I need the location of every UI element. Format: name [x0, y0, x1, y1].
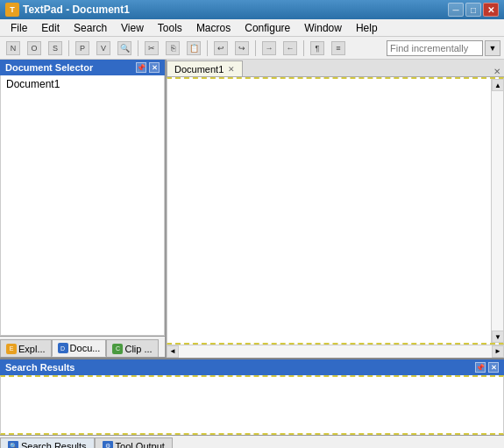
toolbar-separator-5	[303, 40, 304, 56]
minimize-button[interactable]: ─	[448, 3, 464, 17]
editor-panel-close[interactable]: ✕	[493, 67, 500, 76]
copy-button[interactable]: ⎘	[163, 39, 182, 58]
window-controls[interactable]: ─ □ ✕	[448, 3, 499, 17]
close-button[interactable]: ✕	[483, 3, 499, 17]
bottom-tabs: 🔍 Search Results ⚙ Tool Output	[0, 435, 504, 448]
indent-button[interactable]: →	[259, 39, 279, 58]
editor-tab-document1[interactable]: Document1 ✕	[167, 60, 243, 76]
scroll-down-arrow[interactable]: ▼	[492, 331, 504, 343]
menu-help[interactable]: Help	[349, 20, 385, 36]
maximize-button[interactable]: □	[465, 3, 481, 17]
search-results-area	[0, 375, 504, 435]
explorer-tab[interactable]: E Expl...	[0, 339, 52, 357]
menu-bar: File Edit Search View Tools Macros Confi…	[0, 19, 504, 37]
editor-close-panel: ✕	[493, 67, 504, 76]
find-incremental-box: ▼	[387, 40, 500, 56]
menu-edit[interactable]: Edit	[34, 20, 67, 36]
title-bar-left: T TextPad - Document1	[5, 3, 130, 17]
save-button[interactable]: S	[46, 39, 65, 58]
document-selector-title: Document Selector	[5, 62, 93, 73]
paste-button[interactable]: 📋	[184, 39, 203, 58]
toolbar: N O S P V 🔍 ✂ ⎘ 📋 ↩ ↪ → ← ¶ ≡ ▼	[0, 37, 504, 60]
search-panel-pin[interactable]: 📌	[475, 362, 486, 373]
find-button[interactable]: 🔍	[115, 39, 134, 58]
search-panel-controls[interactable]: 📌 ✕	[475, 362, 499, 373]
scroll-track-horizontal[interactable]	[179, 345, 492, 358]
wordwrap-button[interactable]: ¶	[308, 39, 327, 58]
clipboard-icon: C	[112, 344, 123, 354]
format-button[interactable]: ≡	[329, 39, 348, 58]
app-icon: T	[5, 3, 19, 17]
document-list-item[interactable]: Document1	[3, 77, 162, 91]
clipboard-tab-label: Clip ...	[124, 344, 152, 354]
editor-tab-label: Document1	[174, 64, 224, 75]
new-button[interactable]: N	[4, 39, 23, 58]
editor-tab-close[interactable]: ✕	[228, 65, 235, 74]
open-button[interactable]: O	[25, 39, 44, 58]
menu-file[interactable]: File	[4, 20, 34, 36]
panel-pin-button[interactable]: 📌	[136, 62, 146, 73]
window-title: TextPad - Document1	[23, 4, 130, 16]
find-incremental-input[interactable]	[387, 40, 483, 56]
menu-tools[interactable]: Tools	[151, 20, 189, 36]
document-list: Document1	[0, 75, 165, 336]
toolbar-separator-4	[255, 40, 256, 56]
editor-scrollbar-horizontal[interactable]: ◄ ►	[167, 345, 504, 357]
menu-view[interactable]: View	[114, 20, 151, 36]
panel-close-button[interactable]: ✕	[149, 62, 160, 73]
document-tab-label: Docu...	[70, 343, 101, 353]
tool-output-tab-label: Tool Output	[116, 441, 165, 449]
search-results-tab-icon: 🔍	[8, 441, 18, 449]
scroll-right-arrow[interactable]: ►	[492, 345, 504, 358]
panel-title-controls[interactable]: 📌 ✕	[136, 62, 160, 73]
menu-window[interactable]: Window	[297, 20, 349, 36]
scroll-up-arrow[interactable]: ▲	[492, 79, 504, 91]
toolbar-separator-2	[138, 40, 138, 56]
editor-scrollbar-vertical[interactable]: ▲ ▼	[491, 79, 503, 343]
cut-button[interactable]: ✂	[142, 39, 161, 58]
editor-tabs: Document1 ✕ ✕	[167, 60, 504, 77]
search-results-tab[interactable]: 🔍 Search Results	[0, 437, 95, 449]
document-tab[interactable]: D Docu...	[52, 339, 107, 357]
document-tab-icon: D	[58, 343, 68, 353]
left-panel-tabs: E Expl... D Docu... C Clip ...	[0, 336, 165, 357]
scroll-track-vertical[interactable]	[492, 91, 503, 331]
menu-configure[interactable]: Configure	[238, 20, 297, 36]
toolbar-separator-1	[68, 40, 69, 56]
menu-search[interactable]: Search	[67, 20, 114, 36]
undo-button[interactable]: ↩	[211, 39, 231, 58]
toolbar-separator-3	[207, 40, 208, 56]
editor-area[interactable]: ▲ ▼	[167, 77, 504, 345]
clipboard-tab[interactable]: C Clip ...	[106, 339, 158, 357]
scroll-left-arrow[interactable]: ◄	[167, 345, 179, 358]
search-panel-title-label: Search Results	[5, 362, 75, 373]
document-selector-panel: Document Selector 📌 ✕ Document1 E Expl..…	[0, 60, 167, 357]
print-button[interactable]: P	[73, 39, 92, 58]
title-bar: T TextPad - Document1 ─ □ ✕	[0, 0, 504, 19]
tool-output-tab-icon: ⚙	[103, 441, 113, 449]
redo-button[interactable]: ↪	[232, 39, 252, 58]
tool-output-tab[interactable]: ⚙ Tool Output	[95, 437, 173, 449]
explorer-tab-label: Expl...	[18, 344, 46, 354]
search-results-tab-label: Search Results	[21, 441, 87, 449]
outdent-button[interactable]: ←	[280, 39, 300, 58]
main-area: Document Selector 📌 ✕ Document1 E Expl..…	[0, 60, 504, 358]
menu-macros[interactable]: Macros	[189, 20, 238, 36]
find-incremental-dropdown[interactable]: ▼	[485, 40, 500, 56]
document-selector-title-bar: Document Selector 📌 ✕	[0, 60, 165, 75]
search-results-panel: Search Results 📌 ✕	[0, 358, 504, 435]
print-preview-button[interactable]: V	[94, 39, 113, 58]
explorer-icon: E	[6, 344, 17, 354]
search-panel-close[interactable]: ✕	[488, 362, 499, 373]
editor-panel: Document1 ✕ ✕ ▲ ▼ ◄ ►	[167, 60, 504, 357]
search-panel-title-bar: Search Results 📌 ✕	[0, 359, 504, 375]
